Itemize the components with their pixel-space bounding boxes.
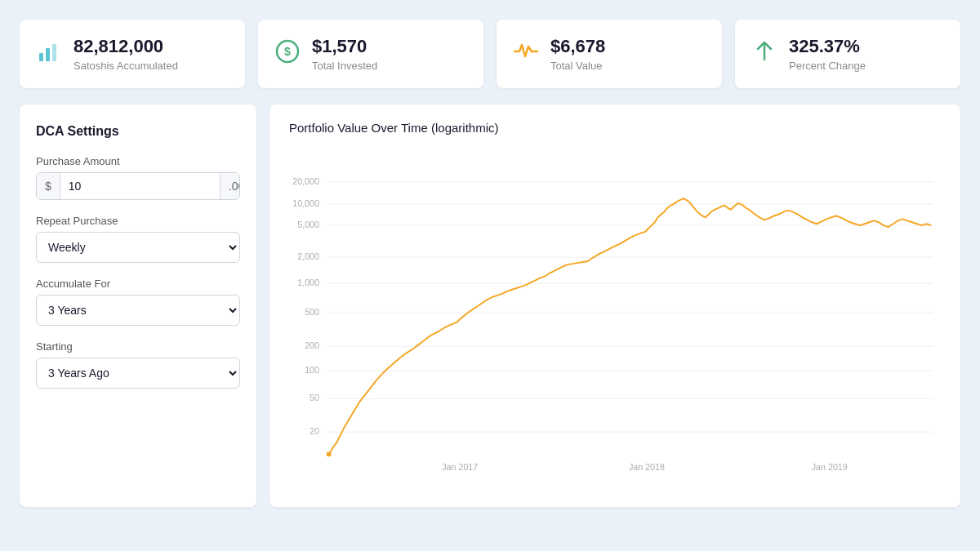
svg-text:500: 500 [305, 308, 319, 318]
purchase-amount-prefix: $ [37, 173, 60, 199]
bars-icon [36, 38, 62, 70]
satoshis-value: 82,812,000 [74, 36, 178, 57]
svg-text:100: 100 [305, 366, 319, 375]
purchase-amount-input[interactable] [60, 173, 220, 199]
percent-change-label: Percent Change [789, 60, 866, 72]
total-value-value: $6,678 [550, 36, 605, 57]
purchase-amount-input-wrapper: $ .00 [36, 172, 240, 200]
repeat-purchase-select[interactable]: Weekly Daily Monthly [36, 232, 240, 263]
portfolio-chart: 20,000 10,000 5,000 2,000 1,000 500 200 … [289, 148, 941, 491]
repeat-purchase-label: Repeat Purchase [36, 215, 240, 227]
svg-text:1,000: 1,000 [297, 278, 319, 288]
card-invested: $ $1,570 Total Invested [258, 20, 483, 88]
accumulate-for-select[interactable]: 3 Years 1 Year 5 Years 10 Years [36, 295, 240, 326]
svg-text:200: 200 [305, 340, 319, 350]
svg-text:5,000: 5,000 [297, 220, 319, 229]
svg-text:20: 20 [310, 427, 319, 437]
pulse-icon [513, 38, 539, 70]
settings-panel: DCA Settings Purchase Amount $ .00 Repea… [20, 104, 256, 507]
svg-text:Jan 2017: Jan 2017 [442, 462, 478, 472]
svg-text:Jan 2019: Jan 2019 [812, 462, 848, 472]
accumulate-for-group: Accumulate For 3 Years 1 Year 5 Years 10… [36, 278, 240, 326]
purchase-amount-label: Purchase Amount [36, 155, 240, 167]
purchase-amount-suffix: .00 [220, 173, 240, 199]
invested-label: Total Invested [312, 60, 377, 72]
top-cards: 82,812,000 Satoshis Accumulated $ $1,570… [20, 20, 960, 88]
arrow-up-icon [751, 38, 777, 70]
percent-change-value: 325.37% [789, 36, 866, 57]
svg-text:50: 50 [310, 393, 319, 403]
svg-rect-1 [46, 48, 50, 61]
accumulate-for-label: Accumulate For [36, 278, 240, 290]
svg-text:Jan 2018: Jan 2018 [629, 462, 665, 472]
total-value-label: Total Value [550, 60, 605, 72]
starting-group: Starting 3 Years Ago 1 Year Ago 5 Years … [36, 340, 240, 389]
chart-title: Portfolio Value Over Time (logarithmic) [289, 121, 941, 135]
card-total-value: $6,678 Total Value [497, 20, 722, 88]
svg-text:20,000: 20,000 [292, 176, 319, 186]
repeat-purchase-group: Repeat Purchase Weekly Daily Monthly [36, 215, 240, 263]
card-satoshis: 82,812,000 Satoshis Accumulated [20, 20, 245, 88]
card-percent-change: 325.37% Percent Change [735, 20, 960, 88]
settings-title: DCA Settings [36, 124, 240, 139]
svg-text:10,000: 10,000 [292, 198, 319, 208]
dollar-icon: $ [274, 38, 301, 70]
invested-value: $1,570 [312, 36, 377, 57]
purchase-amount-group: Purchase Amount $ .00 [36, 155, 240, 200]
chart-line [329, 198, 932, 454]
starting-select[interactable]: 3 Years Ago 1 Year Ago 5 Years Ago Today [36, 358, 240, 389]
starting-label: Starting [36, 340, 240, 353]
svg-rect-0 [39, 53, 43, 61]
chart-panel: Portfolio Value Over Time (logarithmic) … [270, 104, 960, 507]
main-area: DCA Settings Purchase Amount $ .00 Repea… [20, 104, 960, 507]
satoshis-label: Satoshis Accumulated [74, 60, 178, 72]
chart-start-point [327, 452, 332, 457]
chart-container: 20,000 10,000 5,000 2,000 1,000 500 200 … [289, 148, 941, 491]
svg-rect-2 [52, 44, 56, 61]
svg-text:$: $ [284, 45, 291, 58]
svg-text:2,000: 2,000 [297, 251, 319, 261]
